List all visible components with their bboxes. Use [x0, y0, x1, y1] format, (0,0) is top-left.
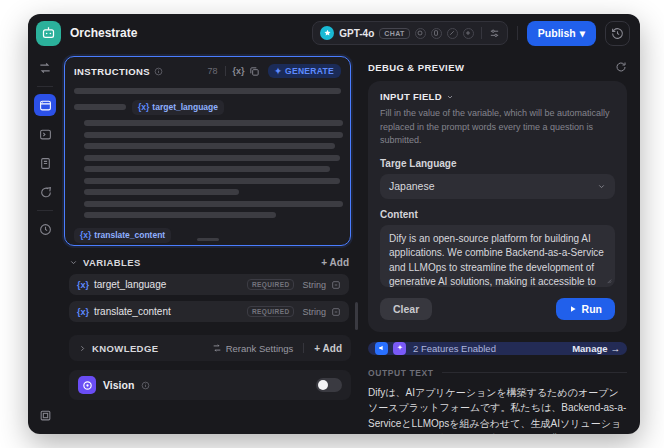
capability-audio-icon	[463, 28, 474, 39]
features-enabled-bar[interactable]: 2 Features Enabled Manage →	[368, 342, 627, 355]
sidebar-item-annotation[interactable]	[34, 181, 56, 203]
info-icon	[141, 381, 150, 390]
output-text-title: OUTPUT TEXT	[368, 368, 434, 378]
chevron-down-icon: ▾	[580, 27, 585, 39]
language-field-label: Targe Language	[380, 158, 615, 169]
model-params-sliders-icon[interactable]	[489, 28, 500, 39]
variable-tag-target-language[interactable]: {x}target_language	[132, 100, 224, 115]
skeleton-line	[84, 178, 340, 184]
switch-app-icon[interactable]	[34, 57, 56, 79]
vision-feature-row: Vision	[69, 370, 351, 400]
char-count: 78	[208, 66, 218, 76]
input-field-title: INPUT FIELD	[380, 91, 442, 102]
skeleton-line	[84, 201, 343, 207]
instructions-header: INSTRUCTIONS 78 {x} ✦ GENERATE	[65, 57, 350, 82]
version-history-button[interactable]	[605, 21, 630, 46]
sidebar-item-orchestrate[interactable]	[34, 94, 56, 116]
play-icon	[569, 305, 577, 313]
text-to-speech-feature-icon	[375, 342, 388, 355]
instructions-content[interactable]: {x}target_language {x}translate_content	[65, 82, 350, 245]
skeleton-line	[74, 104, 126, 110]
add-variable-button[interactable]: + Add	[321, 257, 349, 268]
run-button[interactable]: Run	[556, 298, 615, 320]
textarea-resize-grip[interactable]	[605, 277, 612, 284]
skeleton-line	[84, 189, 239, 195]
sidebar-item-logs[interactable]	[34, 152, 56, 174]
scrollbar[interactable]	[355, 302, 358, 330]
app-window: Orchestrate GPT-4o CHAT Publish ▾	[28, 14, 640, 434]
skeleton-line	[84, 155, 340, 161]
skeleton-line	[74, 88, 341, 94]
skeleton-line	[84, 143, 335, 149]
variables-section: VARIABLES + Add {x} target_language REQU…	[64, 246, 351, 322]
left-icon-sidebar	[28, 52, 62, 434]
add-knowledge-button[interactable]: + Add	[314, 343, 342, 354]
input-field-description: Fill in the value of the variable, which…	[380, 107, 615, 148]
arrow-right-icon: →	[611, 343, 621, 354]
resize-handle[interactable]	[197, 238, 219, 241]
manage-features-link[interactable]: Manage →	[572, 343, 620, 354]
rerank-settings-button[interactable]: Rerank Settings	[212, 343, 294, 354]
skeleton-line	[84, 132, 343, 138]
model-name: GPT-4o	[339, 28, 374, 39]
instructions-title: INSTRUCTIONS	[74, 66, 150, 77]
required-badge: REQUIRED	[247, 279, 295, 290]
variable-tag-translate-content[interactable]: {x}translate_content	[74, 228, 171, 243]
orchestrate-panel: INSTRUCTIONS 78 {x} ✦ GENERATE	[62, 52, 358, 434]
debug-preview-title: DEBUG & PREVIEW	[368, 62, 464, 73]
instructions-editor[interactable]: INSTRUCTIONS 78 {x} ✦ GENERATE	[64, 56, 351, 246]
skeleton-line	[84, 212, 276, 218]
vision-toggle[interactable]	[316, 378, 342, 392]
sidebar-item-history[interactable]	[34, 218, 56, 240]
page-title: Orchestrate	[70, 26, 137, 40]
content-textarea[interactable]: Dify is an open-source platform for buil…	[380, 225, 615, 287]
refresh-icon[interactable]	[615, 61, 627, 73]
output-text-content: Difyは、AIアプリケーションを構築するためのオープンソースプラットフォームで…	[368, 385, 627, 435]
generate-button[interactable]: ✦ GENERATE	[268, 64, 341, 78]
info-icon	[154, 67, 163, 76]
input-field-card: INPUT FIELD Fill in the value of the var…	[368, 81, 627, 332]
knowledge-title: KNOWLEDGE	[92, 343, 158, 354]
more-like-this-feature-icon	[393, 342, 406, 355]
capability-document-icon	[431, 28, 442, 39]
chevron-down-icon[interactable]	[446, 93, 454, 101]
variable-row-target-language[interactable]: {x} target_language REQUIRED String	[69, 274, 349, 295]
variables-title: VARIABLES	[83, 257, 141, 268]
top-bar: Orchestrate GPT-4o CHAT Publish ▾	[28, 14, 640, 52]
variable-settings-icon[interactable]	[331, 280, 341, 290]
collapse-panel-icon[interactable]	[34, 404, 56, 426]
copy-icon[interactable]	[249, 66, 260, 77]
content-field-label: Content	[380, 209, 615, 220]
debug-preview-panel: DEBUG & PREVIEW INPUT FIELD Fill in the …	[358, 52, 640, 434]
chevron-down-icon	[597, 182, 606, 191]
clear-button[interactable]: Clear	[380, 298, 432, 320]
model-selector[interactable]: GPT-4o CHAT	[312, 21, 508, 45]
capability-vision-icon	[415, 28, 426, 39]
knowledge-section[interactable]: KNOWLEDGE Rerank Settings + Add	[69, 335, 351, 361]
language-select[interactable]: Japanese	[380, 174, 615, 199]
model-provider-icon	[320, 26, 334, 40]
divider	[442, 372, 627, 373]
sidebar-item-preview[interactable]	[34, 123, 56, 145]
skeleton-line	[84, 166, 330, 172]
vision-label: Vision	[103, 379, 134, 391]
vision-eye-icon	[78, 376, 96, 394]
features-enabled-text: 2 Features Enabled	[413, 343, 496, 354]
app-logo-robot-icon[interactable]	[36, 21, 61, 46]
skeleton-line	[84, 120, 343, 126]
model-mode-badge: CHAT	[379, 28, 410, 39]
insert-variable-button[interactable]: {x}	[233, 66, 245, 76]
sparkle-icon: ✦	[275, 66, 282, 76]
capability-tool-icon	[447, 28, 458, 39]
variable-settings-icon[interactable]	[331, 307, 341, 317]
variable-row-translate-content[interactable]: {x} translate_content REQUIRED String	[69, 301, 349, 322]
publish-button[interactable]: Publish ▾	[527, 21, 596, 46]
chevron-right-icon[interactable]	[78, 344, 87, 353]
chevron-down-icon[interactable]	[69, 258, 78, 267]
required-badge: REQUIRED	[247, 306, 295, 317]
